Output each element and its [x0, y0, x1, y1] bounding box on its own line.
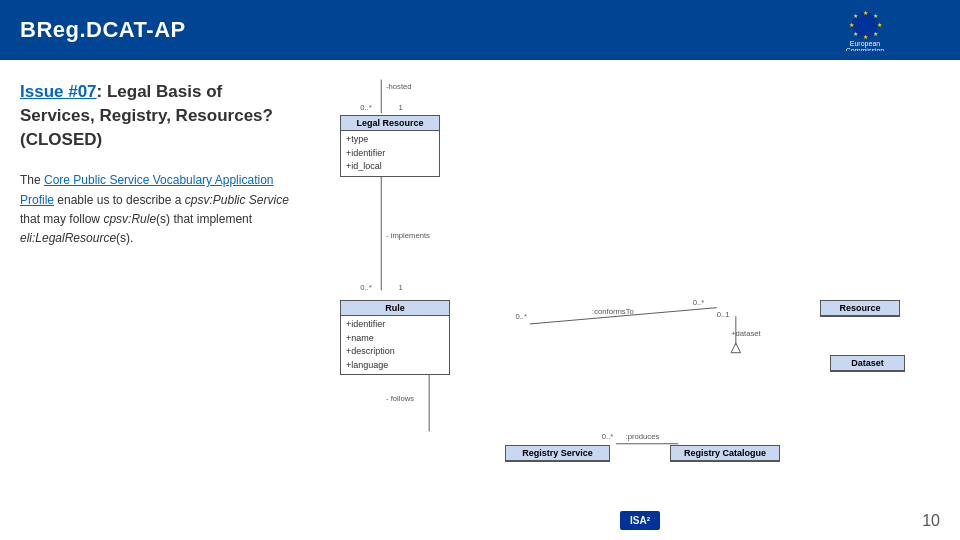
- registry-catalogue-header: Registry Catalogue: [671, 446, 779, 461]
- registry-service-box: Registry Service: [505, 445, 610, 462]
- main-content: Issue #07: Legal Basis of Services, Regi…: [0, 60, 960, 540]
- page-number: 10: [922, 512, 940, 530]
- svg-text:★: ★: [853, 31, 858, 37]
- svg-text:1: 1: [399, 103, 403, 112]
- registry-service-header: Registry Service: [506, 446, 609, 461]
- svg-text:0..1: 0..1: [717, 310, 730, 319]
- description-text: The Core Public Service Vocabulary Appli…: [20, 171, 300, 248]
- svg-text:★: ★: [877, 22, 882, 28]
- legal-resource-header: Legal Resource: [341, 116, 439, 131]
- desc-middle: enable us to describe a cpsv:Public Serv…: [20, 193, 289, 245]
- svg-text:0..*: 0..*: [693, 298, 705, 307]
- resource-box: Resource: [820, 300, 900, 317]
- svg-text:★: ★: [873, 13, 878, 19]
- svg-text:★: ★: [853, 13, 858, 19]
- rule-box: Rule +identifier+name+description+langua…: [340, 300, 450, 375]
- rule-header: Rule: [341, 301, 449, 316]
- svg-text:★: ★: [873, 31, 878, 37]
- resource-header: Resource: [821, 301, 899, 316]
- svg-text:- implements: - implements: [386, 231, 430, 240]
- svg-text:★: ★: [849, 22, 854, 28]
- svg-line-17: [530, 308, 717, 324]
- issue-link[interactable]: Issue #07: [20, 82, 97, 101]
- svg-text:+dataset: +dataset: [731, 329, 761, 338]
- diagram-panel: -hosted - implements - follows :conforms…: [320, 60, 960, 540]
- svg-text:Commission: Commission: [846, 47, 885, 51]
- desc-intro: The: [20, 173, 44, 187]
- svg-text:- follows: - follows: [386, 394, 414, 403]
- dataset-box: Dataset: [830, 355, 905, 372]
- svg-text:-hosted: -hosted: [386, 82, 412, 91]
- legal-resource-body: +type+identifier+id_local: [341, 131, 439, 176]
- app-title: BReg.DCAT-AP: [20, 17, 186, 43]
- issue-title: Issue #07: Legal Basis of Services, Regi…: [20, 80, 300, 151]
- svg-text:0..*: 0..*: [360, 283, 372, 292]
- svg-text::conformsTo: :conformsTo: [592, 307, 634, 316]
- header: BReg.DCAT-AP ★ ★ ★ ★ ★ ★ ★ ★ European Co…: [0, 0, 960, 60]
- isa-badge: ISA²: [620, 511, 660, 530]
- registry-catalogue-box: Registry Catalogue: [670, 445, 780, 462]
- rule-body: +identifier+name+description+language: [341, 316, 449, 374]
- svg-text:1: 1: [399, 283, 403, 292]
- eu-logo: ★ ★ ★ ★ ★ ★ ★ ★ European Commission: [830, 5, 900, 55]
- svg-text:0..*: 0..*: [515, 312, 527, 321]
- left-panel: Issue #07: Legal Basis of Services, Regi…: [0, 60, 320, 540]
- svg-text:0..*: 0..*: [360, 103, 372, 112]
- svg-text:★: ★: [863, 10, 868, 16]
- dataset-header: Dataset: [831, 356, 904, 371]
- svg-text:0..*: 0..*: [602, 432, 614, 441]
- diagram-area: -hosted - implements - follows :conforms…: [330, 70, 950, 530]
- legal-resource-box: Legal Resource +type+identifier+id_local: [340, 115, 440, 177]
- svg-marker-20: [731, 343, 741, 353]
- svg-text::produces: :produces: [626, 432, 660, 441]
